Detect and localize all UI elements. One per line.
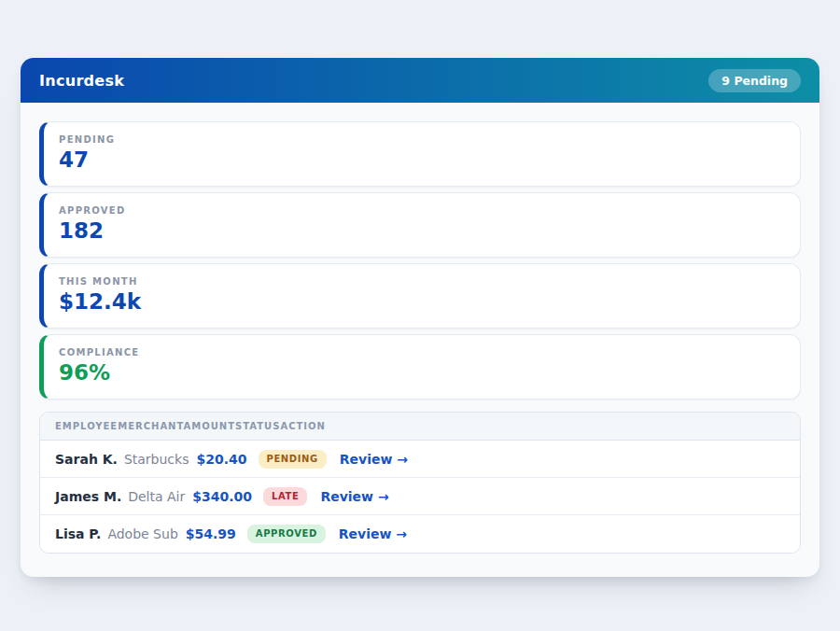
merchant-name: Delta Air	[128, 489, 185, 504]
app-header: Incurdesk 9 Pending	[21, 58, 819, 103]
stat-card: APPROVED 182	[39, 192, 801, 258]
app-body: PENDING 47 APPROVED 182 THIS MONTH $12.4…	[21, 103, 819, 572]
status-badge: APPROVED	[247, 525, 326, 543]
expense-amount: $20.40	[196, 452, 246, 467]
expense-row: Lisa P. Adobe Sub $54.99 APPROVED Review…	[40, 515, 800, 553]
stat-label: THIS MONTH	[59, 276, 785, 287]
stat-card: PENDING 47	[39, 121, 801, 187]
stat-label: APPROVED	[59, 205, 785, 216]
incurdesk-card: Incurdesk 9 Pending PENDING 47 APPROVED …	[21, 58, 819, 577]
review-link[interactable]: Review →	[320, 489, 388, 504]
status-badge: LATE	[263, 487, 307, 506]
merchant-name: Starbucks	[124, 452, 189, 467]
status-badge: PENDING	[259, 450, 327, 469]
employee-name: Lisa P.	[55, 526, 101, 541]
expenses-table-header-row: EMPLOYEEMERCHANTAMOUNTSTATUSACTION	[40, 413, 800, 441]
stat-value: 47	[59, 148, 785, 172]
app-title: Incurdesk	[39, 72, 124, 90]
stat-value: 182	[59, 219, 785, 243]
merchant-name: Adobe Sub	[107, 526, 177, 541]
expense-row: James M. Delta Air $340.00 LATE Review →	[40, 478, 800, 515]
employee-name: Sarah K.	[55, 452, 118, 467]
stat-value: $12.4k	[59, 290, 785, 314]
expense-row: Sarah K. Starbucks $20.40 PENDING Review…	[40, 441, 800, 478]
expenses-table: EMPLOYEEMERCHANTAMOUNTSTATUSACTION Sarah…	[39, 412, 801, 554]
column-header-merchant: MERCHANT	[118, 421, 183, 431]
stat-label: COMPLIANCE	[59, 347, 785, 358]
stat-card: THIS MONTH $12.4k	[39, 263, 801, 329]
expense-amount: $340.00	[192, 489, 252, 504]
review-link[interactable]: Review →	[340, 452, 408, 467]
employee-name: James M.	[55, 489, 121, 504]
column-header-action: ACTION	[280, 421, 326, 431]
column-header-employee: EMPLOYEE	[55, 421, 118, 431]
review-link[interactable]: Review →	[339, 526, 407, 541]
stat-value: 96%	[59, 361, 785, 385]
stat-label: PENDING	[59, 134, 785, 145]
expenses-table-body: Sarah K. Starbucks $20.40 PENDING Review…	[40, 441, 800, 553]
pending-count-badge: 9 Pending	[708, 69, 801, 92]
stat-card: COMPLIANCE 96%	[39, 334, 801, 400]
column-header-amount: AMOUNT	[184, 421, 236, 431]
column-header-status: STATUS	[235, 421, 280, 431]
stats-section: PENDING 47 APPROVED 182 THIS MONTH $12.4…	[39, 121, 801, 400]
expense-amount: $54.99	[186, 526, 236, 541]
